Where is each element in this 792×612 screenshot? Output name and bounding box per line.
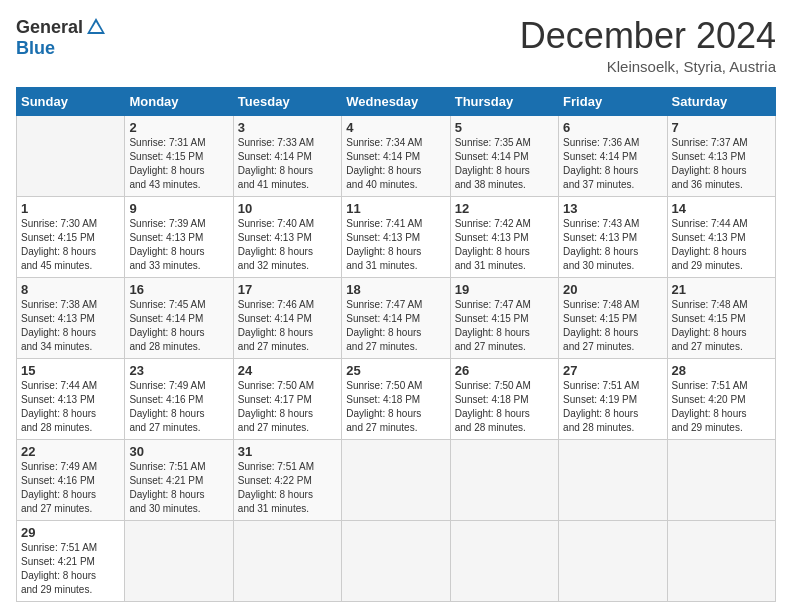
header-friday: Friday [559,87,667,115]
header-monday: Monday [125,87,233,115]
calendar-cell: 3Sunrise: 7:33 AM Sunset: 4:14 PM Daylig… [233,115,341,196]
calendar-cell: 28Sunrise: 7:51 AM Sunset: 4:20 PM Dayli… [667,358,775,439]
calendar-cell [125,520,233,601]
calendar-header-row: SundayMondayTuesdayWednesdayThursdayFrid… [17,87,776,115]
day-number: 1 [21,201,120,216]
day-info: Sunrise: 7:51 AM Sunset: 4:20 PM Dayligh… [672,379,771,435]
calendar: SundayMondayTuesdayWednesdayThursdayFrid… [16,87,776,602]
day-number: 2 [129,120,228,135]
day-number: 15 [21,363,120,378]
day-info: Sunrise: 7:44 AM Sunset: 4:13 PM Dayligh… [672,217,771,273]
day-number: 14 [672,201,771,216]
calendar-cell: 21Sunrise: 7:48 AM Sunset: 4:15 PM Dayli… [667,277,775,358]
day-info: Sunrise: 7:42 AM Sunset: 4:13 PM Dayligh… [455,217,554,273]
calendar-cell: 9Sunrise: 7:39 AM Sunset: 4:13 PM Daylig… [125,196,233,277]
day-number: 17 [238,282,337,297]
day-number: 19 [455,282,554,297]
day-number: 22 [21,444,120,459]
calendar-cell: 13Sunrise: 7:43 AM Sunset: 4:13 PM Dayli… [559,196,667,277]
day-number: 18 [346,282,445,297]
day-info: Sunrise: 7:45 AM Sunset: 4:14 PM Dayligh… [129,298,228,354]
calendar-cell: 10Sunrise: 7:40 AM Sunset: 4:13 PM Dayli… [233,196,341,277]
calendar-cell: 5Sunrise: 7:35 AM Sunset: 4:14 PM Daylig… [450,115,558,196]
day-info: Sunrise: 7:51 AM Sunset: 4:19 PM Dayligh… [563,379,662,435]
header-sunday: Sunday [17,87,125,115]
calendar-cell [342,439,450,520]
day-number: 25 [346,363,445,378]
calendar-cell [450,520,558,601]
day-info: Sunrise: 7:39 AM Sunset: 4:13 PM Dayligh… [129,217,228,273]
day-number: 11 [346,201,445,216]
logo: General Blue [16,16,107,59]
logo-icon [85,16,107,38]
day-number: 20 [563,282,662,297]
calendar-cell: 16Sunrise: 7:45 AM Sunset: 4:14 PM Dayli… [125,277,233,358]
day-info: Sunrise: 7:49 AM Sunset: 4:16 PM Dayligh… [21,460,120,516]
week-row-2: 1Sunrise: 7:30 AM Sunset: 4:15 PM Daylig… [17,196,776,277]
calendar-cell: 8Sunrise: 7:38 AM Sunset: 4:13 PM Daylig… [17,277,125,358]
day-info: Sunrise: 7:35 AM Sunset: 4:14 PM Dayligh… [455,136,554,192]
day-number: 3 [238,120,337,135]
day-info: Sunrise: 7:33 AM Sunset: 4:14 PM Dayligh… [238,136,337,192]
calendar-cell: 7Sunrise: 7:37 AM Sunset: 4:13 PM Daylig… [667,115,775,196]
calendar-cell [559,439,667,520]
calendar-cell: 18Sunrise: 7:47 AM Sunset: 4:14 PM Dayli… [342,277,450,358]
day-info: Sunrise: 7:40 AM Sunset: 4:13 PM Dayligh… [238,217,337,273]
day-number: 4 [346,120,445,135]
calendar-cell: 17Sunrise: 7:46 AM Sunset: 4:14 PM Dayli… [233,277,341,358]
day-number: 24 [238,363,337,378]
calendar-cell: 2Sunrise: 7:31 AM Sunset: 4:15 PM Daylig… [125,115,233,196]
day-info: Sunrise: 7:31 AM Sunset: 4:15 PM Dayligh… [129,136,228,192]
calendar-cell [233,520,341,601]
day-number: 13 [563,201,662,216]
day-number: 7 [672,120,771,135]
calendar-cell: 6Sunrise: 7:36 AM Sunset: 4:14 PM Daylig… [559,115,667,196]
day-number: 12 [455,201,554,216]
day-number: 5 [455,120,554,135]
day-info: Sunrise: 7:47 AM Sunset: 4:15 PM Dayligh… [455,298,554,354]
day-number: 29 [21,525,120,540]
day-info: Sunrise: 7:43 AM Sunset: 4:13 PM Dayligh… [563,217,662,273]
day-number: 8 [21,282,120,297]
calendar-cell: 19Sunrise: 7:47 AM Sunset: 4:15 PM Dayli… [450,277,558,358]
day-info: Sunrise: 7:48 AM Sunset: 4:15 PM Dayligh… [672,298,771,354]
calendar-cell [450,439,558,520]
week-row-4: 15Sunrise: 7:44 AM Sunset: 4:13 PM Dayli… [17,358,776,439]
day-info: Sunrise: 7:38 AM Sunset: 4:13 PM Dayligh… [21,298,120,354]
day-info: Sunrise: 7:51 AM Sunset: 4:22 PM Dayligh… [238,460,337,516]
day-info: Sunrise: 7:34 AM Sunset: 4:14 PM Dayligh… [346,136,445,192]
logo-general: General [16,17,83,38]
header-wednesday: Wednesday [342,87,450,115]
logo-blue: Blue [16,38,55,59]
header-saturday: Saturday [667,87,775,115]
calendar-cell: 1Sunrise: 7:30 AM Sunset: 4:15 PM Daylig… [17,196,125,277]
week-row-1: 2Sunrise: 7:31 AM Sunset: 4:15 PM Daylig… [17,115,776,196]
day-number: 27 [563,363,662,378]
calendar-cell: 30Sunrise: 7:51 AM Sunset: 4:21 PM Dayli… [125,439,233,520]
header-tuesday: Tuesday [233,87,341,115]
day-info: Sunrise: 7:44 AM Sunset: 4:13 PM Dayligh… [21,379,120,435]
calendar-cell: 15Sunrise: 7:44 AM Sunset: 4:13 PM Dayli… [17,358,125,439]
month-title: December 2024 [520,16,776,56]
day-number: 23 [129,363,228,378]
day-info: Sunrise: 7:37 AM Sunset: 4:13 PM Dayligh… [672,136,771,192]
week-row-5: 22Sunrise: 7:49 AM Sunset: 4:16 PM Dayli… [17,439,776,520]
day-info: Sunrise: 7:46 AM Sunset: 4:14 PM Dayligh… [238,298,337,354]
calendar-cell: 4Sunrise: 7:34 AM Sunset: 4:14 PM Daylig… [342,115,450,196]
calendar-cell: 14Sunrise: 7:44 AM Sunset: 4:13 PM Dayli… [667,196,775,277]
day-info: Sunrise: 7:49 AM Sunset: 4:16 PM Dayligh… [129,379,228,435]
calendar-cell [667,520,775,601]
day-number: 9 [129,201,228,216]
header-thursday: Thursday [450,87,558,115]
calendar-cell [559,520,667,601]
week-row-6: 29Sunrise: 7:51 AM Sunset: 4:21 PM Dayli… [17,520,776,601]
page-header: General Blue December 2024 Kleinsoelk, S… [16,16,776,75]
calendar-cell: 29Sunrise: 7:51 AM Sunset: 4:21 PM Dayli… [17,520,125,601]
day-info: Sunrise: 7:48 AM Sunset: 4:15 PM Dayligh… [563,298,662,354]
week-row-3: 8Sunrise: 7:38 AM Sunset: 4:13 PM Daylig… [17,277,776,358]
day-number: 6 [563,120,662,135]
calendar-cell [667,439,775,520]
day-info: Sunrise: 7:51 AM Sunset: 4:21 PM Dayligh… [129,460,228,516]
calendar-cell: 12Sunrise: 7:42 AM Sunset: 4:13 PM Dayli… [450,196,558,277]
calendar-cell [342,520,450,601]
